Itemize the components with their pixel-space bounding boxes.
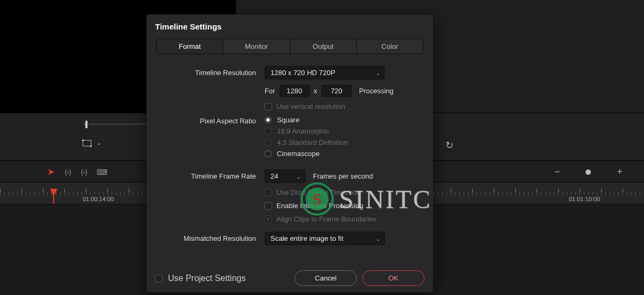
viewer-slider-handle[interactable] [85, 121, 87, 128]
ok-button[interactable]: OK [362, 270, 425, 286]
timeline-frame-rate-label: Timeline Frame Rate [155, 172, 265, 180]
width-field[interactable]: 1280 [280, 85, 310, 97]
par-square-label: Square [277, 116, 299, 124]
timeline-resolution-label: Timeline Resolution [155, 69, 265, 77]
height-field[interactable]: 720 [321, 85, 352, 97]
par-cinemascope-radio[interactable] [265, 150, 272, 157]
edit-tools-row: ➤ ⟨◦⟩ ⟨◦⟩ ⌨ [47, 166, 107, 178]
frame-rate-select[interactable]: 24 ⌄ [265, 169, 305, 183]
select-value: 24 [270, 172, 278, 180]
processing-label: Processing [359, 87, 393, 95]
trim-out-icon[interactable]: ⟨◦⟩ [80, 168, 87, 176]
drop-frame-label: Use Drop Frame Timecode [276, 188, 360, 196]
timeline-settings-dialog: Timeline Settings Format Monitor Output … [146, 14, 434, 293]
viewer-slider-track[interactable] [83, 123, 148, 125]
zoom-out-button[interactable]: − [554, 166, 560, 178]
trim-in-icon[interactable]: ⟨◦⟩ [64, 168, 71, 176]
for-label: For [265, 87, 275, 95]
timeline-resolution-select[interactable]: 1280 x 720 HD 720P ⌄ [265, 66, 385, 79]
chevron-down-icon: ⌄ [376, 235, 380, 241]
par-169-label: 16:9 Anamorphic [277, 127, 330, 135]
par-43-label: 4:3 Standard Definition [277, 138, 348, 146]
par-square-radio[interactable] [265, 116, 272, 123]
drop-frame-checkbox [265, 189, 272, 196]
pixel-aspect-ratio-label: Pixel Aspect Ratio [155, 116, 265, 125]
tab-monitor[interactable]: Monitor [223, 39, 289, 54]
align-clips-label: Align Clips to Frame Boundaries [276, 215, 376, 223]
timecode-label: 01:00:14:00 [83, 196, 114, 202]
selection-tool-icon[interactable]: ➤ [47, 166, 55, 178]
dialog-tabs: Format Monitor Output Color [156, 39, 423, 54]
timecode-label: 01:01:10:00 [569, 196, 600, 202]
select-value: 1280 x 720 HD 720P [270, 69, 335, 77]
use-project-settings-label: Use Project Settings [168, 274, 246, 283]
use-project-settings-checkbox[interactable] [155, 275, 163, 282]
mismatched-resolution-label: Mismatched Resolution [155, 234, 265, 242]
interlace-label: Enable Interlace Processing [276, 202, 363, 210]
cancel-button[interactable]: Cancel [295, 270, 357, 286]
chevron-down-icon: ⌄ [296, 173, 301, 179]
par-43-radio [265, 139, 272, 146]
zoom-controls: − + [554, 166, 623, 178]
keyboard-icon[interactable]: ⌨ [97, 168, 107, 176]
interlace-checkbox[interactable] [265, 202, 272, 210]
select-value: Scale entire image to fit [270, 234, 343, 242]
transform-icon[interactable] [83, 140, 91, 146]
use-vertical-label: Use vertical resolution [276, 102, 345, 110]
tab-format[interactable]: Format [157, 39, 223, 54]
mismatched-resolution-select[interactable]: Scale entire image to fit ⌄ [265, 232, 385, 245]
dialog-title: Timeline Settings [155, 22, 425, 31]
x-label: x [314, 87, 318, 95]
transform-tool-group: ⌄ [83, 139, 101, 146]
zoom-in-button[interactable]: + [617, 166, 623, 178]
chevron-down-icon: ⌄ [376, 70, 380, 76]
par-cinemascope-label: Cinemascope [277, 150, 320, 158]
tab-output[interactable]: Output [290, 39, 356, 54]
align-clips-checkbox [265, 216, 272, 223]
fps-label: Frames per second [313, 172, 373, 180]
use-vertical-checkbox[interactable] [265, 103, 272, 110]
par-169-radio [265, 128, 272, 135]
chevron-down-icon[interactable]: ⌄ [97, 139, 101, 146]
loop-icon[interactable]: ↻ [445, 139, 453, 151]
zoom-slider-handle[interactable] [586, 169, 591, 175]
tab-color[interactable]: Color [356, 39, 423, 54]
